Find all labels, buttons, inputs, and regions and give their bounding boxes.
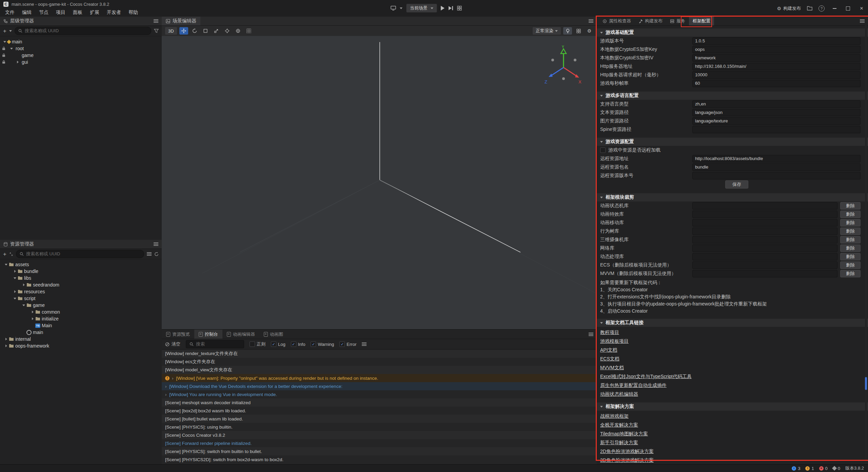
- property-input[interactable]: oops: [692, 46, 861, 53]
- module-path-field[interactable]: [692, 253, 837, 260]
- section-header[interactable]: 游戏资源配置: [597, 138, 868, 146]
- tab-console[interactable]: 控制台: [194, 330, 222, 339]
- delete-module-button[interactable]: 删除: [840, 236, 861, 243]
- property-input[interactable]: 60: [692, 80, 861, 87]
- remote-load-checkbox[interactable]: [600, 148, 606, 153]
- preview-platform-icon[interactable]: [391, 6, 396, 11]
- asset-node-oops-framework[interactable]: oops-framework: [0, 342, 162, 349]
- create-node-dropdown-icon[interactable]: [9, 30, 12, 32]
- assets-search-input[interactable]: 搜索名称或 UUID: [16, 250, 144, 258]
- clear-console-button[interactable]: 清空: [165, 341, 180, 347]
- doc-link[interactable]: Excel格式转Json文件与TypeScript代码工具: [597, 372, 692, 381]
- log-row[interactable]: ! › [Window] [Vue warn]: Property "onInp…: [162, 374, 597, 382]
- tab-asset-preview[interactable]: 资源预览: [162, 330, 194, 339]
- asset-node-initialize[interactable]: initialize: [0, 315, 162, 322]
- asset-node-game[interactable]: game: [0, 302, 162, 309]
- delete-module-button[interactable]: 删除: [840, 253, 861, 260]
- property-input[interactable]: language/texture: [692, 117, 861, 125]
- save-button[interactable]: 保存: [725, 180, 748, 189]
- filter-warning-checkbox[interactable]: Warning: [311, 341, 334, 347]
- panel-menu-icon[interactable]: [154, 19, 158, 23]
- panel-menu-icon[interactable]: [589, 333, 593, 336]
- hierarchy-node-root[interactable]: root: [0, 45, 162, 52]
- asset-node-main-scene[interactable]: main: [0, 329, 162, 336]
- log-row[interactable]: [Scene] [box2d]:box2d wasm lib loaded.: [162, 407, 597, 415]
- console-search-input[interactable]: 搜索: [186, 340, 244, 348]
- hierarchy-node-main[interactable]: main: [0, 38, 162, 45]
- module-path-field[interactable]: [692, 219, 837, 227]
- menu-project[interactable]: 项目: [52, 8, 69, 16]
- minimize-button[interactable]: [831, 5, 838, 12]
- expander-closed-icon[interactable]: [15, 61, 20, 63]
- delete-module-button[interactable]: 删除: [840, 228, 861, 235]
- expander-closed-icon[interactable]: [30, 317, 35, 320]
- scene-selector[interactable]: 当前场景: [406, 4, 437, 13]
- render-mode-selector[interactable]: 正常渲染: [532, 27, 561, 35]
- menu-node[interactable]: 节点: [35, 8, 52, 16]
- doc-link[interactable]: 游戏模板项目: [597, 337, 629, 346]
- menu-help[interactable]: 帮助: [125, 8, 142, 16]
- scene-gizmo-toggle-button[interactable]: [574, 27, 583, 35]
- expander-closed-icon[interactable]: [12, 270, 18, 273]
- scene-editor-tab[interactable]: 场景编辑器: [162, 17, 200, 25]
- rotate-tool-button[interactable]: [190, 27, 199, 35]
- rect-tool-button[interactable]: [201, 27, 210, 35]
- doc-link[interactable]: 教程项目: [597, 328, 619, 337]
- anchor-tool-button[interactable]: [223, 27, 232, 35]
- asset-filter-icon[interactable]: [147, 252, 152, 256]
- log-expander-icon[interactable]: ›: [172, 376, 173, 381]
- tab-service[interactable]: 服务: [666, 17, 689, 25]
- filter-icon[interactable]: [154, 29, 159, 33]
- asset-node-resources[interactable]: resources: [0, 288, 162, 295]
- menu-file[interactable]: 文件: [1, 8, 18, 16]
- expander-closed-icon[interactable]: [21, 283, 26, 286]
- module-path-field[interactable]: [692, 244, 837, 252]
- tab-property-inspector[interactable]: 属性检查器: [599, 17, 635, 25]
- filter-log-checkbox[interactable]: Log: [271, 341, 285, 347]
- play-button[interactable]: [441, 6, 445, 11]
- doc-link[interactable]: ECS文档: [597, 354, 619, 363]
- folder-shortcut-icon[interactable]: [807, 6, 812, 11]
- asset-node-internal[interactable]: internal: [0, 336, 162, 342]
- hierarchy-search-input[interactable]: 搜索名称或 UUID: [15, 27, 151, 35]
- expander-closed-icon[interactable]: [3, 338, 9, 340]
- filter-error-checkbox[interactable]: Error: [339, 341, 356, 347]
- menu-edit[interactable]: 编辑: [18, 8, 35, 16]
- log-expander-icon[interactable]: ›: [165, 392, 166, 397]
- log-expander-icon[interactable]: ›: [165, 384, 166, 389]
- info-count[interactable]: i 3: [792, 466, 800, 471]
- property-input[interactable]: zh,en: [692, 100, 861, 108]
- world-local-toggle-button[interactable]: [234, 27, 242, 35]
- module-path-field[interactable]: [692, 236, 837, 243]
- log-row[interactable]: [Scene] [PHYSICS2D]: switch from box2d-w…: [162, 455, 597, 464]
- delete-module-button[interactable]: 删除: [840, 270, 861, 277]
- inspector-scrollbar-track[interactable]: [865, 25, 867, 464]
- module-path-field[interactable]: [692, 211, 837, 218]
- log-row[interactable]: [Scene] [PHYSICS]: switch from builtin t…: [162, 447, 597, 455]
- extra-count[interactable]: 0: [833, 466, 840, 471]
- section-header[interactable]: 框架模块裁剪: [597, 193, 868, 201]
- expander-closed-icon[interactable]: [3, 345, 9, 347]
- panel-menu-icon[interactable]: [154, 242, 158, 246]
- asset-node-bundle[interactable]: bundle: [0, 268, 162, 275]
- inspector-scrollbar-thumb[interactable]: [865, 377, 867, 390]
- filter-regex-checkbox[interactable]: 正则: [250, 341, 265, 347]
- module-path-field[interactable]: [692, 261, 837, 269]
- tab-animation-graph[interactable]: 动画图: [259, 330, 288, 339]
- scale-tool-button[interactable]: [212, 27, 221, 35]
- create-node-button[interactable]: +: [3, 28, 6, 34]
- create-asset-button[interactable]: +: [3, 251, 6, 257]
- expander-open-icon[interactable]: [3, 264, 9, 266]
- solution-link[interactable]: 3D角色扮演游戏解决方案: [597, 456, 654, 465]
- scene-settings-gear-icon[interactable]: ⚙: [585, 27, 594, 35]
- log-row[interactable]: [Window] model_view文件夹存在: [162, 366, 597, 374]
- module-path-field[interactable]: [692, 270, 837, 277]
- doc-link[interactable]: API文档: [597, 346, 617, 354]
- delete-module-button[interactable]: 删除: [840, 244, 861, 252]
- asset-node-libs[interactable]: libs: [0, 275, 162, 281]
- property-input[interactable]: [692, 126, 861, 133]
- menu-extension[interactable]: 扩展: [86, 8, 103, 16]
- property-input[interactable]: 1.0.5: [692, 37, 861, 45]
- panel-menu-icon[interactable]: [860, 19, 865, 23]
- tab-animation-editor[interactable]: 动画编辑器: [222, 330, 259, 339]
